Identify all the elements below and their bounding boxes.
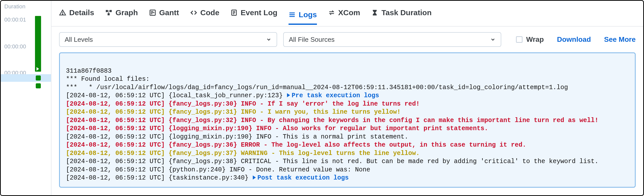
svg-rect-4 (108, 13, 110, 15)
log-line: [2024-08-12, 06:59:12 UTC] {fancy_logs.p… (66, 100, 420, 108)
tab-label: Graph (115, 8, 138, 17)
tab-label: Details (69, 8, 94, 17)
wrap-label: Wrap (526, 35, 544, 44)
svg-rect-2 (106, 10, 108, 12)
log-line: [2024-08-12, 06:59:12 UTC] {fancy_logs.p… (66, 158, 598, 165)
tab-logs[interactable]: Logs (289, 10, 317, 25)
log-line-prefix: [2024-08-12, 06:59:12 UTC] {taskinstance… (66, 174, 252, 182)
select-value: All Levels (65, 36, 93, 44)
log-line: [2024-08-12, 06:59:12 UTC] {logging_mixi… (66, 125, 488, 132)
log-line: *** * /usr/local/airflow/logs/dag_id=fan… (66, 84, 568, 91)
log-line: 311a867f0883 (66, 67, 112, 75)
swap-arrows-icon (328, 9, 335, 16)
log-line: [2024-08-12, 06:59:12 UTC] {logging_mixi… (66, 133, 408, 141)
log-section-link[interactable]: Pre task execution logs (292, 92, 379, 99)
log-line: [2024-08-12, 06:59:12 UTC] {fancy_logs.p… (66, 117, 598, 124)
log-line-prefix: [2024-08-12, 06:59:12 UTC] {local_task_j… (66, 92, 287, 99)
warning-triangle-icon (59, 9, 66, 16)
log-line: *** Found local files: (66, 75, 150, 83)
tab-label: XCom (338, 8, 360, 17)
tab-label: Task Duration (381, 8, 432, 17)
logs-icon (289, 11, 296, 18)
play-icon (37, 67, 39, 71)
tab-bar: Details Graph Gantt Code (51, 1, 643, 27)
tab-event-log[interactable]: Event Log (230, 8, 277, 22)
tab-gantt[interactable]: Gantt (149, 8, 179, 22)
log-section-link[interactable]: Post task execution logs (257, 174, 349, 182)
see-more-button[interactable]: See More (604, 35, 636, 44)
duration-bar-run[interactable] (35, 16, 41, 72)
log-level-select[interactable]: All Levels (59, 32, 277, 47)
file-source-select[interactable]: All File Sources (283, 32, 501, 47)
expand-triangle-icon[interactable] (287, 93, 290, 97)
code-icon (190, 9, 197, 16)
svg-point-1 (62, 14, 63, 14)
tick-label-1: 00:00:01 (4, 16, 26, 23)
tab-task-duration[interactable]: Task Duration (371, 8, 432, 22)
tab-graph[interactable]: Graph (105, 8, 138, 22)
tab-label: Event Log (241, 8, 277, 17)
hourglass-icon (371, 9, 378, 16)
log-line: [2024-08-12, 06:59:12 UTC] {fancy_logs.p… (66, 108, 401, 116)
tab-label: Gantt (159, 8, 179, 17)
select-value: All File Sources (289, 36, 335, 44)
task-status-square-1[interactable] (36, 75, 41, 81)
log-line: [2024-08-12, 06:59:12 UTC] {python.py:24… (66, 166, 370, 173)
checkbox-icon (516, 36, 523, 43)
expand-triangle-icon[interactable] (253, 175, 256, 180)
chevron-down-icon (490, 37, 496, 42)
log-toolbar: All Levels All File Sources Wrap Downloa… (51, 27, 643, 52)
tab-label: Code (200, 8, 219, 17)
chevron-down-icon (266, 37, 272, 42)
graph-nodes-icon (105, 9, 112, 16)
log-output-panel[interactable]: 311a867f0883 *** Found local files: *** … (59, 52, 636, 188)
tab-label: Logs (299, 10, 317, 19)
tab-xcom[interactable]: XCom (328, 8, 360, 22)
download-button[interactable]: Download (557, 35, 591, 44)
log-line: [2024-08-12, 06:59:12 UTC] {fancy_logs.p… (66, 141, 526, 149)
tick-label-2: 00:00:00 (4, 43, 26, 50)
gantt-icon (149, 9, 156, 16)
duration-sidebar: Duration 00:00:01 00:00:00 00:00:00 (1, 1, 51, 195)
tab-details[interactable]: Details (59, 8, 94, 22)
svg-rect-3 (110, 10, 112, 12)
log-line: [2024-08-12, 06:59:12 UTC] {fancy_logs.p… (66, 150, 420, 157)
wrap-toggle[interactable]: Wrap (516, 35, 544, 44)
app-frame: Duration 00:00:01 00:00:00 00:00:00 Deta… (0, 0, 644, 196)
main-panel: Details Graph Gantt Code (51, 1, 643, 195)
event-log-icon (230, 9, 238, 16)
tab-code[interactable]: Code (190, 8, 219, 22)
task-status-square-2[interactable] (36, 83, 41, 88)
sidebar-title: Duration (1, 1, 51, 11)
selected-task-row[interactable] (1, 74, 51, 82)
